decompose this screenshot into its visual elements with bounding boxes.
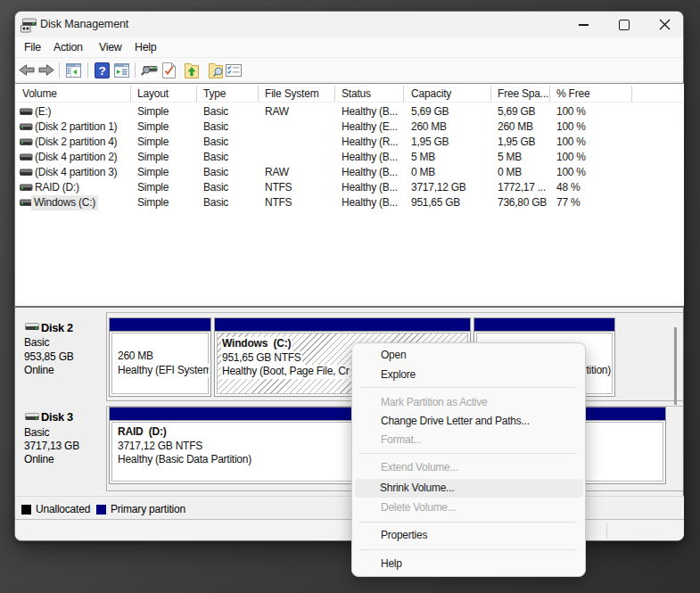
svg-text:?: ? xyxy=(98,64,105,78)
